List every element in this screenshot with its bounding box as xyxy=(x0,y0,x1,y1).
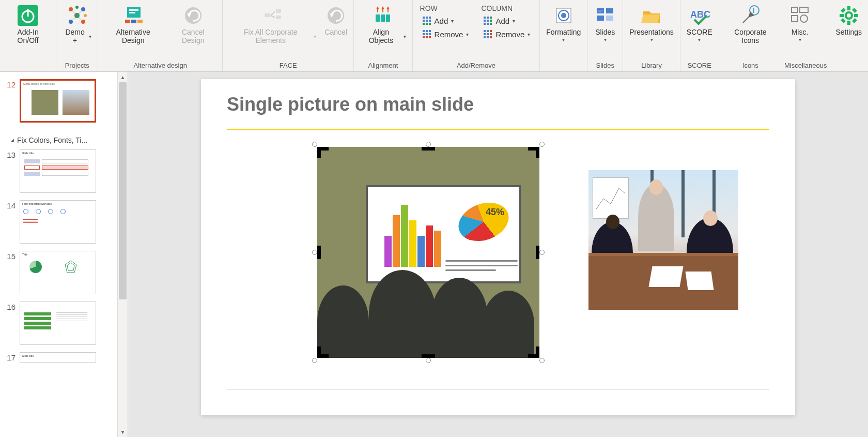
row-remove-button[interactable]: Remove ▾ xyxy=(420,28,471,40)
presentations-button[interactable]: Presentations ▾ xyxy=(625,2,678,54)
corp-icons-label: Corporate Icons xyxy=(725,28,776,44)
resize-handle-ne[interactable] xyxy=(539,142,545,147)
cancel-face-button: Cancel xyxy=(320,2,351,54)
info-pointer-icon: i xyxy=(739,4,762,27)
crop-handle-nw[interactable] xyxy=(317,147,329,158)
slides-button[interactable]: Slides ▾ xyxy=(590,2,621,54)
cropped-image-content: 45% xyxy=(317,147,539,358)
section-header[interactable]: ◢ Fix Colors, Fonts, Ti... xyxy=(4,130,115,149)
slide-canvas[interactable]: Single picture on main slide xyxy=(128,72,868,437)
resize-handle-se[interactable] xyxy=(539,358,545,363)
svg-rect-68 xyxy=(490,36,492,38)
footer-divider xyxy=(227,389,769,389)
svg-rect-94 xyxy=(852,8,857,13)
svg-rect-74 xyxy=(597,16,604,21)
presentation-board-graphic: 45% xyxy=(366,185,521,283)
svg-rect-17 xyxy=(125,20,130,23)
svg-rect-28 xyxy=(381,14,385,22)
chevron-down-icon: ▾ xyxy=(799,37,801,42)
svg-rect-23 xyxy=(276,9,281,13)
fix-corporate-button: Fix All Corporate Elements▾ xyxy=(225,2,320,54)
thumbnail-slide-16[interactable]: 16 xyxy=(4,302,115,345)
thumbnail-slide-12[interactable]: 12 Single picture on main slide xyxy=(4,79,115,123)
col-add-button[interactable]: Add ▾ xyxy=(481,14,532,27)
align-objects-button[interactable]: Align Objects▾ xyxy=(356,2,410,54)
svg-point-85 xyxy=(800,15,808,22)
row-add-label: Add xyxy=(435,17,448,25)
svg-rect-54 xyxy=(487,17,489,19)
thumbnail-slide-17[interactable]: 17 Slide title xyxy=(4,352,115,363)
svg-rect-91 xyxy=(841,8,846,13)
slides-stack-icon xyxy=(594,4,616,27)
resize-handle-s[interactable] xyxy=(426,358,431,363)
svg-text:ABC: ABC xyxy=(690,9,710,20)
formatting-button[interactable]: Formatting ▾ xyxy=(542,2,585,54)
column-controls: COLUMN Add ▾ Remove ▾ xyxy=(476,2,537,42)
scroll-thumb[interactable] xyxy=(119,82,127,299)
col-remove-button[interactable]: Remove ▾ xyxy=(481,28,532,40)
meeting-photo[interactable] xyxy=(588,170,738,310)
thumb-title: Single picture on main slide xyxy=(21,81,95,87)
svg-rect-34 xyxy=(426,17,428,19)
thumb-title: Four Important Services xyxy=(20,201,96,207)
thumbnail-slide-14[interactable]: 14 Four Important Services xyxy=(4,200,115,244)
ribbon-toolbar: Add-In On/Off . Demo +▾ Projects Alterna… xyxy=(0,0,868,72)
bar-chart-graphic xyxy=(379,200,452,277)
slide-title[interactable]: Single picture on main slide xyxy=(227,94,769,115)
svg-marker-97 xyxy=(67,263,74,270)
resize-handle-sw[interactable] xyxy=(312,358,317,363)
svg-rect-48 xyxy=(423,36,425,38)
chevron-down-icon: ▾ xyxy=(314,34,316,39)
section-title: Fix Colors, Fonts, Ti... xyxy=(17,136,87,144)
misc-button[interactable]: Misc. ▾ xyxy=(784,2,815,54)
current-slide[interactable]: Single picture on main slide xyxy=(201,79,795,415)
svg-line-10 xyxy=(71,9,77,16)
resize-handle-e[interactable] xyxy=(539,250,545,255)
chevron-down-icon: ▾ xyxy=(404,34,406,39)
crop-handle-ne[interactable] xyxy=(528,147,539,158)
scroll-down-icon[interactable]: ▼ xyxy=(118,427,128,437)
scroll-up-icon[interactable]: ▲ xyxy=(118,72,128,82)
column-label: COLUMN xyxy=(481,4,532,12)
row-add-button[interactable]: Add ▾ xyxy=(420,14,471,27)
svg-rect-83 xyxy=(800,7,808,12)
svg-rect-59 xyxy=(490,23,492,25)
thumb-number: 17 xyxy=(4,352,20,362)
addin-toggle-button[interactable]: Add-In On/Off xyxy=(2,2,54,54)
crop-handle-sw[interactable] xyxy=(317,346,329,358)
score-group-label: SCORE xyxy=(683,60,717,71)
selected-image[interactable]: 45% xyxy=(315,144,542,360)
alt-design-button[interactable]: Alternative Design xyxy=(100,2,166,54)
resize-handle-n[interactable] xyxy=(426,142,431,147)
crop-handle-w[interactable] xyxy=(317,246,321,259)
demo-button[interactable]: Demo +▾ xyxy=(58,2,96,54)
svg-rect-35 xyxy=(429,17,431,19)
crop-handle-se[interactable] xyxy=(528,346,539,358)
svg-rect-65 xyxy=(487,36,489,38)
projects-group-label: Projects xyxy=(58,60,96,71)
gear-icon xyxy=(838,4,860,27)
cancel-design-label: Cancel Design xyxy=(170,28,216,44)
svg-rect-24 xyxy=(276,16,281,19)
thumbnail-scrollbar[interactable]: ▲ ▼ xyxy=(117,72,128,437)
chevron-down-icon: ▾ xyxy=(698,37,701,42)
thumbnail-slide-15[interactable]: 15 Title xyxy=(4,251,115,294)
chevron-down-icon: ▾ xyxy=(451,18,454,24)
thumb-number: 13 xyxy=(4,149,20,159)
fix-layout-icon xyxy=(261,4,284,27)
svg-rect-75 xyxy=(606,16,613,21)
svg-point-71 xyxy=(561,13,566,18)
crop-handle-n[interactable] xyxy=(422,147,435,150)
resize-handle-w[interactable] xyxy=(312,250,317,255)
svg-rect-84 xyxy=(792,16,798,22)
score-button[interactable]: ABC SCORE ▾ xyxy=(683,2,717,54)
resize-handle-nw[interactable] xyxy=(312,142,317,147)
thumbnail-slide-13[interactable]: 13 ★ Slide title xyxy=(4,149,115,193)
crop-handle-s[interactable] xyxy=(422,354,435,358)
crop-handle-e[interactable] xyxy=(536,246,539,259)
svg-line-12 xyxy=(71,16,77,22)
align-label: Align Objects xyxy=(360,28,401,44)
corporate-icons-button[interactable]: i Corporate Icons xyxy=(721,2,780,54)
svg-rect-92 xyxy=(852,18,857,23)
settings-button[interactable]: Settings xyxy=(831,2,866,54)
